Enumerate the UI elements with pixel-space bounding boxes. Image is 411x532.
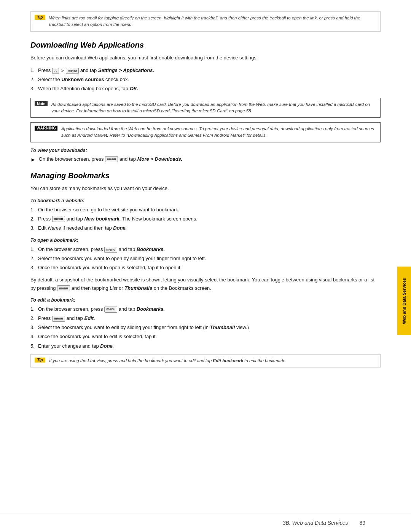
open-bookmark-steps-list: 1. On the browser screen, press menu and… xyxy=(30,245,381,272)
downloading-step-1: 1. Press ⌂ > menu and tap Settings > App… xyxy=(30,66,381,75)
thumbnails-label: Thumbnails xyxy=(124,285,152,291)
side-tab-text: Web and Data Services xyxy=(402,278,406,324)
note-box: Note All downloaded applications are sav… xyxy=(30,98,381,118)
edit-steps-list: 1. On the browser screen, press menu and… xyxy=(30,305,381,350)
section-intro-bookmarks: You can store as many bookmarks as you w… xyxy=(30,185,381,193)
menu-key-edit1: menu xyxy=(104,307,117,313)
section-downloading: Downloading Web Applications Before you … xyxy=(30,41,381,164)
downloading-step-3: 3. When the Attention dialog box opens, … xyxy=(30,85,381,93)
list-label: List xyxy=(110,285,117,291)
warning-box: WARNING Applications downloaded from the… xyxy=(30,122,381,142)
new-bookmark: New bookmark. xyxy=(84,216,121,222)
menu-key-open1: menu xyxy=(104,247,117,253)
menu-key-1: menu xyxy=(66,68,79,74)
open-step-1: 1. On the browser screen, press menu and… xyxy=(30,245,381,254)
step1-settings: Settings > Applications. xyxy=(98,67,154,73)
edit-step-4: 4. Once the bookmark you want to edit is… xyxy=(30,332,381,341)
downloading-step-2: 2. Select the Unknown sources check box. xyxy=(30,75,381,84)
tip-text-top: When links are too small for tapping dir… xyxy=(49,15,376,28)
to-view-arrow-item: ► On the browser screen, press menu and … xyxy=(30,155,381,164)
to-view-heading: To view your downloads: xyxy=(30,148,381,153)
open-bookmark-heading: To open a bookmark: xyxy=(30,238,381,243)
section-bookmarks: Managing Bookmarks You can store as many… xyxy=(30,171,381,367)
tip-label-bottom: Tip xyxy=(35,358,45,363)
open-step-2: 2. Select the bookmark you want to open … xyxy=(30,254,381,263)
open-step-3: 3. Once the bookmark you want to open is… xyxy=(30,264,381,272)
edit-step-1: 1. On the browser screen, press menu and… xyxy=(30,305,381,313)
unknown-sources: Unknown sources xyxy=(61,77,104,82)
downloading-steps-list: 1. Press ⌂ > menu and tap Settings > App… xyxy=(30,66,381,93)
warning-label: WARNING xyxy=(35,126,57,131)
edit-step-3: 3. Select the bookmark you want to edit … xyxy=(30,323,381,332)
side-tab: Web and Data Services xyxy=(397,267,411,335)
note-label: Note xyxy=(35,101,48,106)
bookmarks-label-1: Bookmarks. xyxy=(137,246,165,252)
bookmark-step-1: 1. On the browser screen, go to the webs… xyxy=(30,206,381,214)
edit-step-2: 2. Press menu and tap Edit. xyxy=(30,314,381,323)
note-text: All downloaded applications are saved to… xyxy=(51,101,376,115)
menu-key-bookmark: menu xyxy=(52,216,65,222)
name-italic: Name xyxy=(48,225,61,231)
menu-key-toggle: menu xyxy=(57,285,70,291)
toggle-paragraph: By default, a snapshot of the bookmarked… xyxy=(30,276,381,292)
done-label-2: Done. xyxy=(100,343,114,349)
menu-key-view: menu xyxy=(105,156,118,162)
step1-text: Press ⌂ > menu and tap Settings > Applic… xyxy=(38,67,154,73)
bottom-bar: 3B. Web and Data Services 89 xyxy=(0,513,411,532)
tip-label-top: Tip xyxy=(35,15,45,20)
more-downloads: More > Downloads. xyxy=(137,156,183,162)
tip-box-bottom: Tip If you are using the List view, pres… xyxy=(30,354,381,367)
arrow-icon: ► xyxy=(30,155,36,164)
bottom-page-label: 3B. Web and Data Services xyxy=(283,520,348,526)
bottom-page-num: 89 xyxy=(359,520,365,526)
bookmark-step-3: 3. Edit Name if needed and then tap Done… xyxy=(30,224,381,232)
menu-key-edit2: menu xyxy=(52,316,65,322)
tip-box-top: Tip When links are too small for tapping… xyxy=(30,11,381,32)
tip-text-bottom: If you are using the List view, press an… xyxy=(49,358,285,364)
list-bold: List xyxy=(88,358,95,363)
warning-text: Applications downloaded from the Web can… xyxy=(61,126,376,139)
thumbnail-label: Thumbnail xyxy=(210,324,235,330)
bookmark-steps-list: 1. On the browser screen, go to the webs… xyxy=(30,206,381,232)
edit-label: Edit. xyxy=(84,315,95,321)
edit-bookmark-heading: To edit a bookmark: xyxy=(30,297,381,303)
section-intro-downloading: Before you can download Web applications… xyxy=(30,54,381,62)
ok-label: OK. xyxy=(130,86,139,91)
bookmark-step-2: 2. Press menu and tap New bookmark. The … xyxy=(30,215,381,223)
bookmark-website-heading: To bookmark a website: xyxy=(30,198,381,203)
section-title-downloading: Downloading Web Applications xyxy=(30,41,381,50)
edit-step-5: 5. Enter your changes and tap Done. xyxy=(30,342,381,350)
done-label-1: Done. xyxy=(113,225,127,231)
bookmarks-label-2: Bookmarks. xyxy=(137,306,165,312)
edit-bookmark-bold: Edit bookmark xyxy=(213,358,243,363)
to-view-text: On the browser screen, press menu and ta… xyxy=(39,155,183,163)
home-key: ⌂ xyxy=(52,68,59,74)
section-title-bookmarks: Managing Bookmarks xyxy=(30,171,381,180)
